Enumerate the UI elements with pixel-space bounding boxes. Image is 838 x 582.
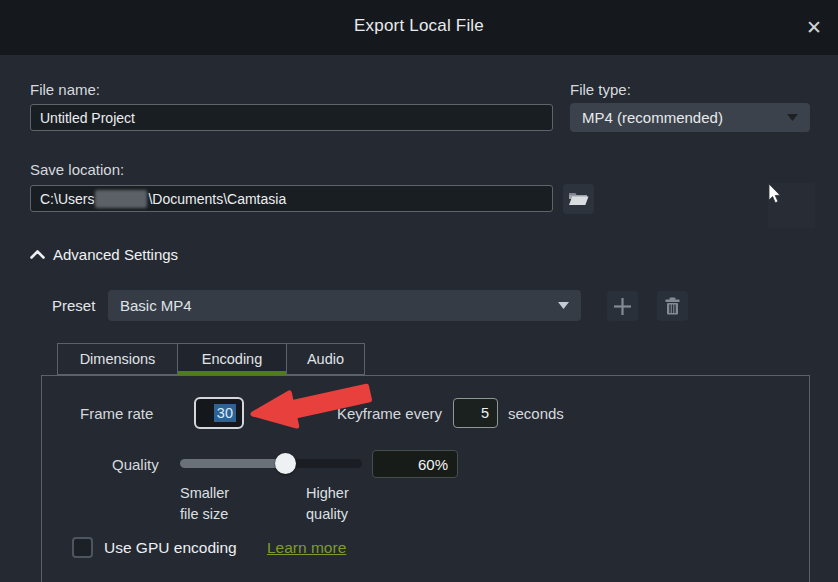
settings-tabs: Dimensions Encoding Audio	[57, 343, 365, 375]
dialog-title: Export Local File	[0, 16, 838, 36]
preset-label: Preset	[52, 297, 95, 314]
delete-preset-button[interactable]	[657, 291, 688, 321]
save-location-prefix: C:\Users	[40, 191, 94, 207]
close-icon[interactable]: ✕	[800, 14, 828, 42]
folder-icon	[568, 191, 589, 207]
tab-dimensions[interactable]: Dimensions	[57, 343, 178, 375]
preset-value: Basic MP4	[120, 297, 192, 314]
preset-dropdown[interactable]: Basic MP4	[108, 290, 581, 321]
chevron-up-icon	[30, 250, 45, 259]
file-type-dropdown[interactable]: MP4 (recommended)	[570, 103, 810, 132]
redacted-username	[95, 190, 147, 208]
export-dialog: Export Local File ✕ File name: Untitled …	[0, 0, 838, 582]
advanced-settings-toggle[interactable]: Advanced Settings	[30, 246, 178, 263]
trash-icon	[664, 297, 681, 315]
hover-highlight	[768, 183, 815, 228]
save-location-input[interactable]: C:\Users \Documents\Camtasia	[30, 185, 553, 212]
file-type-value: MP4 (recommended)	[582, 109, 723, 126]
advanced-settings-label: Advanced Settings	[53, 246, 178, 263]
tab-encoding[interactable]: Encoding	[177, 343, 287, 375]
browse-folder-button[interactable]	[563, 184, 594, 214]
file-name-input[interactable]: Untitled Project	[30, 104, 553, 131]
tab-audio[interactable]: Audio	[286, 343, 365, 375]
add-preset-button[interactable]	[607, 291, 638, 321]
encoding-panel	[41, 375, 810, 582]
chevron-down-icon	[558, 302, 569, 309]
file-name-value: Untitled Project	[40, 110, 135, 126]
file-name-label: File name:	[30, 81, 100, 98]
save-location-label: Save location:	[30, 161, 124, 178]
plus-icon	[613, 297, 632, 316]
chevron-down-icon	[787, 114, 798, 121]
file-type-label: File type:	[570, 81, 631, 98]
save-location-suffix: \Documents\Camtasia	[148, 191, 286, 207]
